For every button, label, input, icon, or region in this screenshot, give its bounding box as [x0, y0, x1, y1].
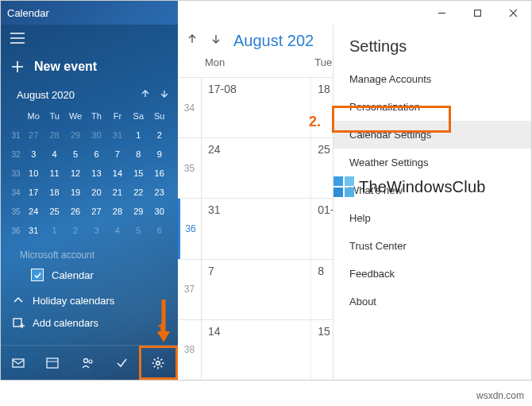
settings-flyout: Settings Manage AccountsPersonalizationC…	[333, 25, 531, 380]
calendar-toggle[interactable]: Calendar	[12, 269, 167, 281]
mini-day-cell[interactable]: 12	[65, 164, 86, 183]
mini-day-cell[interactable]: 29	[128, 202, 148, 221]
mini-day-cell[interactable]: 6	[149, 221, 170, 240]
mini-day-cell[interactable]: 2	[149, 126, 170, 145]
settings-button[interactable]	[139, 346, 178, 380]
settings-item[interactable]: Manage Accounts	[333, 65, 531, 93]
mini-day-cell[interactable]: 16	[149, 164, 170, 183]
mini-day-cell[interactable]: 23	[149, 183, 170, 202]
new-event-label: New event	[34, 60, 97, 74]
svg-rect-12	[13, 359, 24, 367]
mini-day-cell[interactable]: 10	[23, 164, 44, 183]
mini-day-cell[interactable]: 21	[107, 183, 128, 202]
day-cell[interactable]: 17-08	[202, 78, 311, 137]
day-cell[interactable]: 7	[202, 260, 311, 319]
mini-week-number: 33	[9, 164, 23, 183]
mini-day-cell[interactable]: 24	[23, 202, 44, 221]
mini-day-cell[interactable]: 1	[44, 221, 64, 240]
mini-day-cell[interactable]: 25	[44, 202, 64, 221]
mini-day-cell[interactable]: 3	[23, 145, 44, 164]
account-name[interactable]: Microsoft account	[12, 249, 167, 261]
mini-day-cell[interactable]: 18	[44, 183, 64, 202]
mini-day-cell[interactable]: 27	[23, 126, 44, 145]
mini-day-cell[interactable]: 22	[128, 183, 148, 202]
mini-dow-cell: Su	[149, 106, 170, 126]
mini-day-cell[interactable]: 2	[65, 221, 86, 240]
mini-day-cell[interactable]: 29	[65, 126, 86, 145]
mini-week-number: 36	[9, 221, 23, 240]
gear-icon	[151, 356, 165, 370]
mini-day-cell[interactable]: 4	[107, 221, 128, 240]
mini-week-number: 34	[9, 183, 23, 202]
mini-day-cell[interactable]: 30	[149, 202, 170, 221]
mini-day-cell[interactable]: 14	[107, 164, 128, 183]
add-calendar-icon	[12, 316, 25, 329]
mini-day-cell[interactable]: 19	[65, 183, 86, 202]
mini-day-cell[interactable]: 26	[65, 202, 86, 221]
mini-day-cell[interactable]: 5	[65, 145, 86, 164]
mini-day-cell[interactable]: 13	[86, 164, 106, 183]
settings-item[interactable]: What's new	[333, 176, 531, 204]
mini-day-cell[interactable]: 7	[107, 145, 128, 164]
todo-button[interactable]	[104, 346, 138, 380]
mini-day-cell[interactable]: 27	[86, 202, 106, 221]
month-title[interactable]: August 202	[233, 32, 314, 50]
settings-item[interactable]: Weather Settings	[333, 149, 531, 176]
title-bar: Calendar	[1, 1, 531, 25]
week-number: 36	[178, 199, 202, 258]
svg-rect-13	[47, 358, 58, 368]
settings-item[interactable]: Help	[333, 204, 531, 232]
mini-day-cell[interactable]: 31	[23, 221, 44, 240]
mini-week-number: 31	[9, 126, 23, 145]
minimize-button[interactable]	[424, 1, 460, 25]
svg-point-17	[156, 361, 160, 365]
holiday-calendars-row[interactable]: Holiday calendars	[1, 289, 178, 311]
mini-next-month[interactable]	[159, 88, 170, 102]
people-button[interactable]	[70, 346, 104, 380]
mini-day-cell[interactable]: 30	[86, 126, 106, 145]
mini-month-label[interactable]: August 2020	[17, 89, 75, 101]
add-calendars-row[interactable]: Add calendars	[1, 311, 178, 334]
day-cell[interactable]: 24	[202, 138, 311, 198]
settings-item[interactable]: Trust Center	[333, 232, 531, 260]
week-number: 38	[178, 320, 202, 380]
mini-day-cell[interactable]: 6	[86, 145, 106, 164]
settings-item[interactable]: Feedback	[333, 260, 531, 288]
mini-day-cell[interactable]: 28	[107, 202, 128, 221]
mini-day-cell[interactable]: 11	[44, 164, 64, 183]
mini-day-cell[interactable]: 20	[86, 183, 106, 202]
svg-point-16	[89, 360, 92, 363]
next-month-button[interactable]	[210, 33, 222, 48]
mini-day-cell[interactable]: 8	[128, 145, 148, 164]
main-calendar: August 202 MonTueWed 3417-08181935242526…	[178, 25, 531, 380]
new-event-button[interactable]: New event	[1, 52, 178, 87]
mini-day-cell[interactable]: 31	[107, 126, 128, 145]
sidebar: New event August 2020 MoTuWeThFrSaSu 312…	[1, 25, 178, 380]
day-cell[interactable]: 31	[202, 199, 311, 258]
mini-day-cell[interactable]: 1	[128, 126, 148, 145]
calendar-toggle-label: Calendar	[52, 269, 94, 281]
mini-day-cell[interactable]: 3	[86, 221, 106, 240]
settings-title: Settings	[333, 37, 531, 65]
mini-prev-month[interactable]	[140, 88, 151, 102]
hamburger-button[interactable]	[1, 25, 178, 52]
settings-item[interactable]: Calendar Settings	[333, 121, 531, 149]
window-title: Calendar	[7, 7, 49, 19]
day-cell[interactable]: 14	[202, 320, 311, 380]
settings-item[interactable]: About	[333, 288, 531, 315]
mini-day-cell[interactable]: 15	[128, 164, 148, 183]
mini-day-cell[interactable]: 28	[44, 126, 64, 145]
mail-button[interactable]	[1, 346, 35, 380]
mini-day-cell[interactable]: 4	[44, 145, 64, 164]
maximize-button[interactable]	[460, 1, 495, 25]
mini-week-number: 35	[9, 202, 23, 221]
close-button[interactable]	[495, 1, 531, 25]
mini-day-cell[interactable]: 5	[128, 221, 148, 240]
mini-day-cell[interactable]: 9	[149, 145, 170, 164]
mini-day-cell[interactable]: 17	[23, 183, 44, 202]
settings-item[interactable]: Personalization	[333, 93, 531, 121]
prev-month-button[interactable]	[186, 33, 199, 48]
main-dow-cell: Mon	[202, 56, 311, 77]
svg-line-25	[161, 358, 163, 360]
calendar-nav-button[interactable]	[35, 346, 69, 380]
